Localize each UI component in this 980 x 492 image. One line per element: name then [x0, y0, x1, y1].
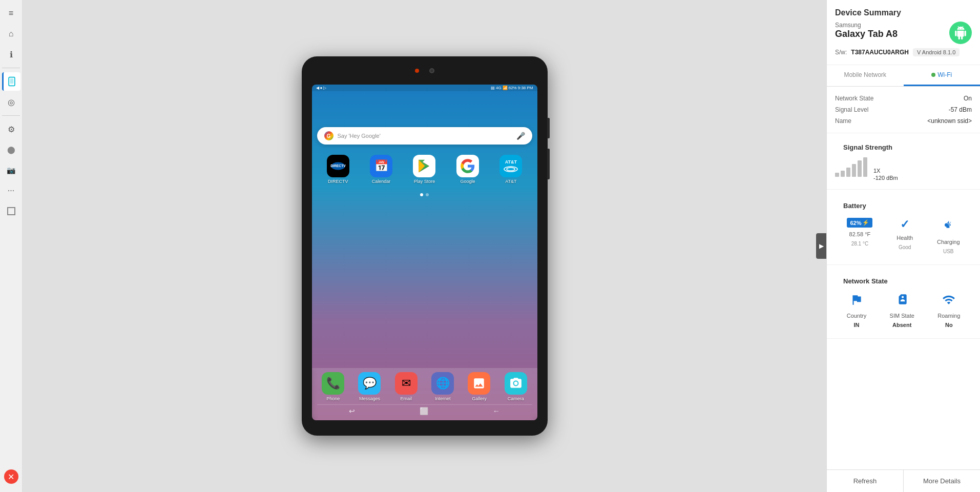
- app-camera[interactable]: Camera: [499, 372, 532, 401]
- app-messages[interactable]: 💬 Messages: [353, 372, 386, 401]
- app-email[interactable]: ✉ Email: [390, 372, 422, 401]
- phone-body: ◀●▷ ▤ 4G 📶 62% 9:38 PM G Say 'Hey Google…: [302, 56, 548, 436]
- android-version: V Android 8.1.0: [913, 48, 960, 56]
- right-panel: Device Summary Samsung Galaxy Tab A8 S/w…: [826, 0, 980, 492]
- app-gallery[interactable]: Gallery: [463, 372, 495, 401]
- camera-icon: 📷: [7, 166, 15, 174]
- battery-percent: 62%: [509, 86, 517, 90]
- signal-strength-section: Signal Strength 1X -120 dBm: [827, 133, 980, 190]
- ssid-name-value: <unknown ssid>: [927, 117, 972, 125]
- collapse-button[interactable]: ▶: [816, 233, 826, 259]
- sim-icon: [895, 293, 909, 310]
- sidebar-item-more[interactable]: ···: [2, 181, 20, 200]
- country-item: Country IN: [847, 293, 867, 328]
- sidebar-item-info[interactable]: ℹ: [2, 45, 20, 64]
- battery-pct-value: 62%: [850, 220, 861, 226]
- chevron-right-icon: ▶: [819, 242, 824, 250]
- calendar-icon: 📅: [370, 155, 392, 177]
- tab-mobile-network[interactable]: Mobile Network: [827, 65, 904, 86]
- charging-label: Charging: [937, 238, 960, 245]
- app-att[interactable]: AT&T AT&T: [492, 155, 529, 184]
- search-placeholder: Say 'Hey Google': [338, 133, 512, 139]
- app-internet[interactable]: 🌐 Internet: [426, 372, 458, 401]
- app-calendar[interactable]: 📅 Calendar: [363, 155, 400, 184]
- charging-usb-icon: [941, 218, 955, 235]
- close-icon: ✕: [8, 472, 14, 482]
- battery-health-item: ✓ Health Good: [896, 218, 913, 250]
- network-state-section: Network State Country IN SIM State Absen…: [827, 265, 980, 339]
- more-details-button[interactable]: More Details: [904, 470, 980, 492]
- tab-mobile-label: Mobile Network: [844, 71, 886, 78]
- nav-home[interactable]: ⬜: [420, 407, 428, 415]
- mic-icon: 🎤: [516, 132, 525, 140]
- signal-strength-title: Signal Strength: [835, 137, 972, 155]
- tab-wifi[interactable]: Wi-Fi: [904, 65, 981, 86]
- nav-bar: ↩ ⬜ ←: [317, 404, 532, 415]
- screen-content: G Say 'Hey Google' 🎤 DIRECTV DIRECTV: [312, 91, 537, 417]
- battery-pct-badge: 62% ⚡: [847, 218, 872, 228]
- sidebar-item-crop[interactable]: [2, 202, 20, 220]
- more-icon: ···: [8, 186, 14, 195]
- ssid-name-label: Name: [835, 117, 851, 125]
- playstore-icon: [413, 155, 435, 177]
- sidebar-item-camera[interactable]: 📷: [2, 161, 20, 179]
- svg-point-8: [507, 168, 515, 171]
- android-icon: [954, 26, 967, 39]
- name-row: Name <unknown ssid>: [835, 115, 972, 127]
- app-playstore[interactable]: Play Store: [406, 155, 443, 184]
- signal-level-row: Signal Level -57 dBm: [835, 104, 972, 115]
- refresh-button[interactable]: Refresh: [827, 470, 904, 492]
- signal-bar-1: [835, 173, 839, 177]
- dot-1: [420, 193, 423, 196]
- gallery-icon: [468, 372, 490, 395]
- att-icon: AT&T: [499, 155, 522, 177]
- volume-button[interactable]: [547, 149, 550, 179]
- phone-mockup: ◀●▷ ▤ 4G 📶 62% 9:38 PM G Say 'Hey Google…: [302, 56, 548, 436]
- att-label: AT&T: [505, 179, 516, 184]
- sidebar-item-close[interactable]: ✕: [4, 469, 18, 484]
- main-content: ◀●▷ ▤ 4G 📶 62% 9:38 PM G Say 'Hey Google…: [23, 0, 826, 492]
- panel-header: Device Summary Samsung Galaxy Tab A8 S/w…: [827, 0, 980, 65]
- signal-bar-4: [852, 164, 856, 177]
- phone-app-icon: 📞: [322, 372, 344, 395]
- sw-version: T387AAUCU0ARGH: [851, 49, 909, 56]
- network-state-title: Network State: [835, 271, 972, 289]
- google-search-bar[interactable]: G Say 'Hey Google' 🎤: [317, 127, 532, 145]
- sw-label: S/w:: [835, 49, 847, 56]
- roaming-label: Roaming: [937, 313, 960, 319]
- device-name-row: Samsung Galaxy Tab A8: [835, 22, 972, 44]
- signal-bar-5: [858, 160, 862, 177]
- nav-recents[interactable]: ↩: [349, 407, 355, 415]
- svg-text:DIRECTV: DIRECTV: [330, 164, 346, 168]
- google-icon: [456, 155, 479, 177]
- sidebar-item-settings[interactable]: ⚙: [2, 120, 20, 138]
- google-logo: G: [324, 131, 333, 140]
- power-button[interactable]: [547, 118, 550, 138]
- android-badge: [949, 22, 972, 44]
- phone-screen: ◀●▷ ▤ 4G 📶 62% 9:38 PM G Say 'Hey Google…: [312, 85, 537, 420]
- sidebar-item-record[interactable]: ⬤: [2, 140, 20, 159]
- app-phone[interactable]: 📞 Phone: [317, 372, 349, 401]
- battery-pct-wrap: 62% ⚡: [847, 218, 872, 228]
- app-google[interactable]: Google: [449, 155, 486, 184]
- charging-bolt: ⚡: [862, 219, 869, 226]
- battery-charging-item: Charging USB: [937, 218, 960, 254]
- internet-icon: 🌐: [431, 372, 454, 395]
- battery-percentage-item: 62% ⚡ 82.58 °F 28.1 °C: [847, 218, 872, 247]
- sidebar-item-target[interactable]: ◎: [2, 93, 20, 111]
- sidebar-item-menu[interactable]: ≡: [2, 4, 20, 23]
- panel-footer: Refresh More Details: [827, 469, 980, 492]
- country-value: IN: [853, 322, 859, 328]
- sidebar-item-home[interactable]: ⌂: [2, 25, 20, 43]
- nav-back[interactable]: ←: [493, 407, 500, 415]
- roaming-icon: [942, 293, 955, 310]
- battery-icons-row: 62% ⚡ 82.58 °F 28.1 °C ✓ Health Good: [835, 214, 972, 258]
- sidebar-item-device[interactable]: [2, 72, 20, 91]
- tab-wifi-label: Wi-Fi: [937, 71, 952, 78]
- svg-rect-1: [10, 78, 14, 84]
- app-directv[interactable]: DIRECTV DIRECTV: [320, 155, 357, 184]
- phone-app-label: Phone: [326, 396, 340, 401]
- gallery-label: Gallery: [472, 396, 487, 401]
- camera-app-icon: [505, 372, 527, 395]
- sidebar-divider2: [2, 115, 19, 116]
